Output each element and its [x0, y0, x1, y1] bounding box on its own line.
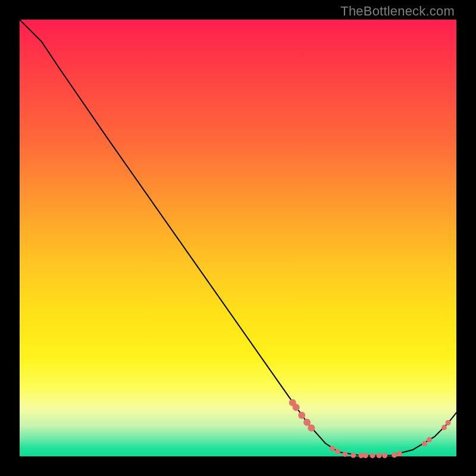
data-marker [330, 446, 335, 451]
chart-overlay [20, 20, 456, 456]
data-marker [350, 453, 356, 458]
data-marker [370, 453, 375, 458]
data-marker [382, 453, 387, 458]
data-marker [342, 452, 347, 457]
data-marker [377, 453, 382, 458]
bottleneck-curve [20, 20, 456, 456]
chart-frame: TheBottleneck.com [0, 0, 476, 476]
data-marker [441, 425, 447, 430]
data-marker [392, 452, 397, 458]
data-marker [335, 449, 340, 454]
watermark-label: TheBottleneck.com [340, 4, 455, 19]
data-marker [363, 453, 368, 458]
data-marker [303, 419, 311, 426]
data-marker [293, 404, 300, 411]
data-marker [422, 441, 427, 446]
data-marker [308, 424, 315, 431]
data-marker [397, 451, 402, 456]
data-marker [446, 420, 451, 425]
data-markers [289, 399, 451, 458]
data-marker [427, 437, 432, 443]
data-marker [298, 412, 305, 419]
